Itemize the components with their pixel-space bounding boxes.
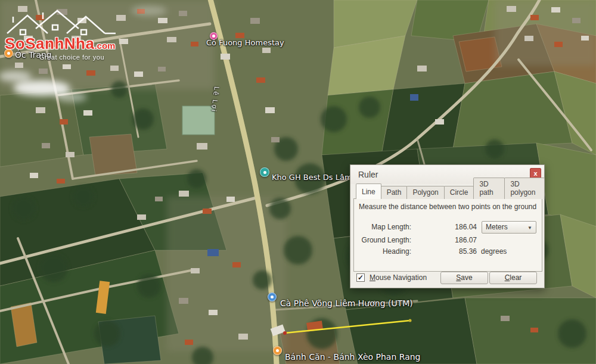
tab-3d-polygon[interactable]: 3D polygon (504, 178, 545, 199)
tab-circle[interactable]: Circle (444, 186, 474, 199)
map-label-homestay: Cô Fuong Homestay (206, 38, 284, 47)
dialog-tabs: Line Path Polygon Circle 3D path 3D poly… (356, 185, 544, 199)
lodging-pin-icon[interactable] (4, 49, 13, 58)
chevron-down-icon: ▼ (527, 225, 532, 231)
heading-value: 85.36 (411, 247, 477, 256)
tab-path[interactable]: Path (381, 186, 408, 199)
tab-3d-path[interactable]: 3D path (473, 178, 505, 199)
measure-rows: Map Length: 186.04 Meters ▼ Ground Lengt… (354, 220, 542, 256)
units-selected: Meters (486, 223, 508, 231)
mouse-navigation-checkbox[interactable]: ✓ (356, 273, 365, 282)
dialog-title: Ruler (358, 170, 378, 179)
restaurant-pin-icon[interactable] (273, 346, 282, 355)
tab-polygon[interactable]: Polygon (406, 186, 444, 199)
map-label-cafe: Cà Phê Võng Liêm Hương (UTM) (280, 298, 413, 308)
google-earth-viewport[interactable]: SoSanhNha.com Great choice for you Óc Tr… (0, 0, 596, 364)
clear-button[interactable]: Clear (489, 272, 537, 284)
measure-description: Measure the distance between two points … (359, 203, 537, 211)
ruler-dialog: Ruler x Line Path Polygon Circle 3D path… (350, 164, 545, 288)
map-label-banh-can: Bánh Căn - Bánh Xèo Phan Rang (285, 352, 421, 362)
map-length-value: 186.04 (411, 223, 477, 231)
warehouse-pin-icon[interactable] (260, 167, 269, 177)
tab-line[interactable]: Line (356, 183, 381, 199)
heading-unit: degrees (481, 247, 507, 256)
map-label-kho-gh: Kho GH Best Ds Lâm H (272, 173, 360, 182)
cafe-pin-icon[interactable] (268, 293, 277, 301)
map-label-oc-trang: Óc Trang (15, 50, 52, 60)
units-dropdown[interactable]: Meters ▼ (482, 221, 536, 234)
tab-content-panel: Measure the distance between two points … (353, 198, 542, 272)
save-button[interactable]: Save (440, 272, 488, 284)
map-length-label: Map Length: (354, 223, 411, 231)
mouse-navigation-label: Mouse Navigation (370, 273, 427, 282)
ground-length-value: 186.07 (411, 236, 477, 244)
ground-length-label: Ground Length: (354, 236, 411, 244)
measure-endpoint-end[interactable] (409, 319, 412, 322)
measure-endpoint-start[interactable] (283, 331, 287, 335)
heading-label: Heading: (354, 247, 411, 256)
dialog-footer: ✓ Mouse Navigation Save Clear (350, 270, 544, 288)
